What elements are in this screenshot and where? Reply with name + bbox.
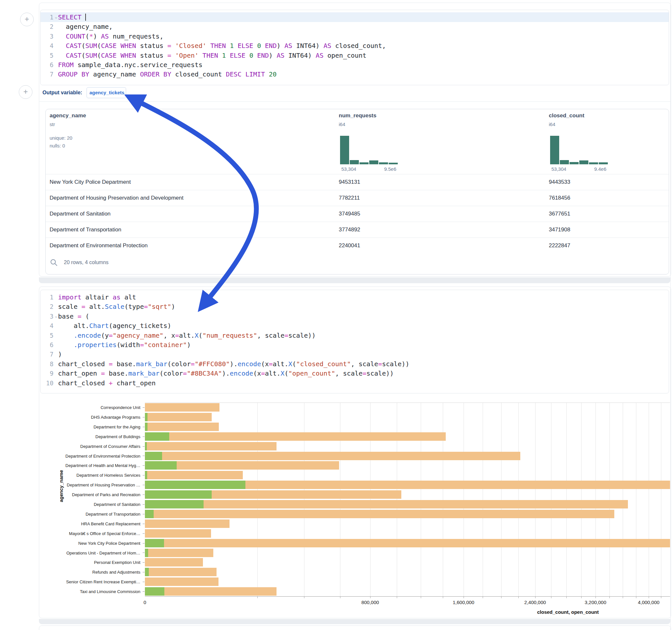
histogram-bar	[369, 161, 378, 164]
python-editor[interactable]: 1import altair as alt2scale = alt.Scale(…	[40, 290, 669, 393]
cell-shadow	[39, 277, 670, 283]
bar-closed_count	[145, 413, 212, 421]
y-axis-label: Mayorâ€ s Office of Special Enforce…	[39, 531, 140, 536]
table-cell: 7618456	[549, 195, 570, 201]
table-row[interactable]: New York City Police Department945313194…	[46, 174, 669, 190]
code-line[interactable]: 1import altair as alt	[41, 293, 669, 302]
add-cell-button[interactable]: +	[20, 13, 34, 26]
histogram-bar	[389, 163, 398, 164]
gridline	[535, 403, 535, 596]
y-axis-tick	[143, 465, 145, 466]
y-axis-tick	[143, 475, 145, 476]
table-cell: 2240041	[339, 242, 360, 249]
bar-open_count	[145, 539, 164, 547]
code-line[interactable]: 2 agency_name,	[41, 22, 669, 31]
code-line[interactable]: 6FROM sample_data.nyc.service_requests	[41, 60, 669, 70]
y-axis-tick	[143, 427, 145, 427]
y-axis-title: agency_name	[58, 470, 64, 502]
table-cell: Department of Environmental Protection	[50, 242, 147, 249]
bar-open_count	[145, 422, 147, 431]
y-axis-label: New York City Police Department	[39, 541, 140, 546]
bar-open_count	[145, 568, 149, 576]
histogram-bar	[599, 162, 608, 164]
table-cell: 3774892	[339, 226, 360, 233]
text-cursor	[85, 14, 86, 21]
fold-caret-icon[interactable]: ⌄	[55, 311, 57, 320]
code-line[interactable]: 9chart_open = base.mark_bar(color="#8BC3…	[41, 369, 669, 378]
column-type: i64	[339, 122, 345, 127]
code-text: CAST(SUM(CASE WHEN status = 'Open' THEN …	[58, 51, 366, 60]
code-line[interactable]: 3⌄base = (	[41, 312, 669, 321]
code-text: .encode(y="agency_name", x=alt.X("num_re…	[58, 331, 316, 340]
plot-top-border	[145, 403, 670, 403]
table-row[interactable]: Department of Transportation377489234719…	[46, 222, 669, 238]
output-variable-pill[interactable]: agency_tickets	[87, 87, 126, 98]
column-title: agency_name	[50, 113, 86, 119]
histogram-bar	[360, 162, 368, 164]
code-text: alt.Chart(agency_tickets)	[58, 321, 171, 331]
code-line[interactable]: 3 COUNT(*) AS num_requests,	[41, 32, 669, 41]
y-axis-tick	[143, 456, 145, 456]
code-line[interactable]: 10chart_closed + chart_open	[41, 379, 669, 388]
x-axis-tick	[443, 596, 443, 598]
code-line[interactable]: 5 CAST(SUM(CASE WHEN status = 'Open' THE…	[41, 51, 669, 60]
code-line[interactable]: 5 .encode(y="agency_name", x=alt.X("num_…	[41, 331, 669, 340]
code-text: SELECT	[58, 13, 86, 22]
fold-caret-icon[interactable]: ⌄	[55, 12, 57, 21]
table-row[interactable]: Department of Housing Preservation and D…	[46, 190, 669, 206]
x-axis-tick	[636, 596, 637, 598]
x-axis-tick	[421, 596, 421, 598]
bar-open_count	[145, 442, 147, 451]
y-axis-tick	[143, 582, 145, 582]
x-axis-tick	[535, 596, 535, 598]
line-number: 2	[41, 302, 53, 311]
code-line[interactable]: 4 alt.Chart(agency_tickets)	[41, 321, 669, 331]
bar-closed_count	[145, 403, 219, 412]
search-icon[interactable]	[50, 258, 58, 267]
table-row[interactable]: Department of Environmental Protection22…	[46, 238, 669, 254]
histogram-bar	[340, 136, 349, 164]
histogram-max-label: 9.5e6	[384, 166, 397, 172]
x-axis-tick-label: 2,400,000	[524, 600, 546, 605]
table-row[interactable]: Department of Sanitation37494853677651	[46, 206, 669, 222]
bar-open_count	[145, 510, 154, 518]
x-axis-tick	[551, 596, 551, 598]
table-cell: 7782211	[339, 195, 360, 201]
y-axis-label: Department of Health and Mental Hyg…	[39, 463, 140, 468]
table-cell: 3471908	[549, 226, 570, 233]
line-number: 2	[41, 22, 53, 31]
code-line[interactable]: 1⌄SELECT	[41, 13, 669, 22]
line-number: 1	[41, 293, 53, 302]
code-line[interactable]: 7)	[41, 350, 669, 359]
line-number: 6	[41, 60, 53, 70]
column-header-closed_count[interactable]: closed_counti6453,3049.4e6	[549, 109, 646, 174]
bar-closed_count	[145, 442, 277, 451]
x-axis-tick	[397, 596, 397, 598]
column-header-num_requests[interactable]: num_requestsi6453,3049.5e6	[339, 109, 436, 174]
bar-open_count	[145, 549, 148, 557]
y-axis-label: Department of Sanitation	[39, 502, 140, 507]
code-line[interactable]: 4 CAST(SUM(CASE WHEN status = 'Closed' T…	[41, 41, 669, 51]
bar-closed_count	[145, 529, 211, 538]
column-header-agency_name[interactable]: agency_namestrunique: 20nulls: 0	[50, 109, 147, 174]
column-histogram	[550, 136, 608, 164]
next-cell-edge	[39, 626, 671, 630]
line-number: 5	[41, 51, 53, 60]
add-cell-button[interactable]: +	[19, 85, 32, 99]
gridline	[636, 403, 637, 596]
code-line[interactable]: 7GROUP BY agency_name ORDER BY closed_co…	[41, 70, 669, 79]
line-number: 7	[41, 70, 53, 79]
python-cell-container: 1import altair as alt2scale = alt.Scale(…	[39, 287, 671, 618]
table-cell: 9443533	[549, 179, 570, 185]
y-axis-tick	[143, 485, 145, 485]
gridline	[596, 403, 596, 596]
x-axis-tick	[581, 596, 581, 598]
code-line[interactable]: 2scale = alt.Scale(type="sqrt")	[41, 302, 669, 311]
gridline	[551, 403, 551, 596]
sql-editor[interactable]: 1⌄SELECT 2 agency_name,3 COUNT(*) AS num…	[40, 10, 669, 85]
code-line[interactable]: 8chart_closed = base.mark_bar(color="#FF…	[41, 359, 669, 369]
y-axis-label: Taxi and Limousine Commission	[39, 589, 140, 594]
column-type: i64	[549, 122, 555, 127]
code-line[interactable]: 6 .properties(width="container")	[41, 340, 669, 350]
line-number: 7	[41, 350, 53, 359]
